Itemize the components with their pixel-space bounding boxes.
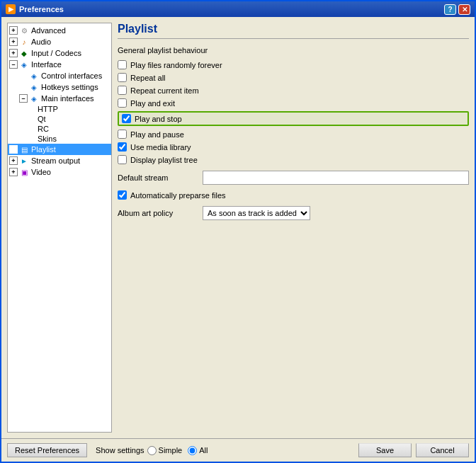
- sidebar-item-stream[interactable]: + ► Stream output: [8, 155, 111, 166]
- sidebar-item-rc[interactable]: RC: [8, 124, 111, 134]
- reset-preferences-button[interactable]: Reset Preferences: [7, 443, 87, 457]
- checkbox-repeat-current[interactable]: [118, 86, 127, 95]
- checkbox-use-media-library[interactable]: [118, 142, 127, 152]
- toggle-advanced[interactable]: +: [9, 26, 18, 35]
- label-repeat-all[interactable]: Repeat all: [130, 74, 166, 82]
- title-bar: ▶ Preferences ? ✕: [1, 1, 475, 17]
- audio-icon: ♪: [19, 37, 29, 47]
- checkbox-play-randomly[interactable]: [118, 60, 127, 69]
- sidebar-item-video[interactable]: + ▣ Video: [8, 166, 111, 178]
- radio-group-settings: Simple All: [147, 446, 208, 455]
- label-auto-preparse[interactable]: Automatically preparse files: [130, 191, 226, 200]
- toggle-playlist[interactable]: +: [9, 145, 18, 154]
- row-play-exit: Play and exit: [118, 98, 469, 108]
- checkbox-play-pause[interactable]: [118, 130, 127, 139]
- radio-all[interactable]: All: [188, 446, 208, 455]
- close-button[interactable]: ✕: [458, 4, 470, 15]
- sidebar-label-interface: Interface: [31, 60, 62, 69]
- help-button[interactable]: ?: [444, 4, 456, 15]
- label-play-exit[interactable]: Play and exit: [130, 99, 175, 108]
- sidebar: + ⚙ Advanced + ♪ Audio + ◆ Input / Codec…: [7, 23, 112, 433]
- title-bar-left: ▶ Preferences: [6, 4, 64, 14]
- main-interface-icon: ◈: [29, 93, 39, 103]
- toggle-stream[interactable]: +: [9, 156, 18, 165]
- video-icon: ▣: [19, 167, 29, 177]
- sidebar-item-audio[interactable]: + ♪ Audio: [8, 36, 111, 47]
- sidebar-label-video: Video: [31, 168, 51, 176]
- select-album-art[interactable]: As soon as track is added Never Only on …: [203, 206, 310, 220]
- app-icon: ▶: [6, 4, 16, 14]
- preferences-window: ▶ Preferences ? ✕ + ⚙ Advanced + ♪ Audio: [0, 0, 476, 463]
- row-play-stop: Play and stop: [118, 111, 469, 126]
- checkbox-repeat-all[interactable]: [118, 73, 127, 82]
- section-label: General playlist behaviour: [118, 46, 469, 55]
- stream-icon: ►: [19, 156, 29, 166]
- radio-label-all: All: [199, 446, 208, 455]
- sidebar-label-http: HTTP: [38, 105, 58, 113]
- row-media-library: Use media library: [118, 142, 469, 152]
- sidebar-label-control: Control interfaces: [41, 72, 102, 80]
- input-default-stream[interactable]: [203, 171, 469, 185]
- title-buttons: ? ✕: [444, 4, 470, 15]
- label-repeat-current[interactable]: Repeat current item: [130, 86, 199, 95]
- label-play-stop[interactable]: Play and stop: [135, 115, 182, 123]
- control-icon: ◈: [29, 71, 39, 81]
- sidebar-item-skins[interactable]: Skins: [8, 134, 111, 144]
- row-album-art: Album art policy As soon as track is add…: [118, 206, 469, 220]
- sidebar-label-rc: RC: [38, 125, 49, 133]
- sidebar-label-hotkeys: Hotkeys settings: [41, 83, 98, 91]
- toggle-main[interactable]: –: [19, 94, 28, 103]
- sidebar-item-qt[interactable]: Qt: [8, 114, 111, 124]
- toggle-audio[interactable]: +: [9, 38, 18, 46]
- checkbox-play-exit[interactable]: [118, 98, 127, 108]
- row-repeat-current: Repeat current item: [118, 86, 469, 95]
- radio-label-simple: Simple: [159, 446, 183, 455]
- sidebar-label-main: Main interfaces: [41, 94, 94, 103]
- label-use-media-library[interactable]: Use media library: [130, 143, 191, 152]
- sidebar-item-interface[interactable]: – ◈ Interface: [8, 59, 111, 70]
- sidebar-label-advanced: Advanced: [31, 26, 66, 35]
- radio-input-all[interactable]: [188, 446, 197, 455]
- main-content: + ⚙ Advanced + ♪ Audio + ◆ Input / Codec…: [1, 17, 475, 438]
- bottom-buttons: Save Cancel: [358, 443, 469, 457]
- hotkeys-icon: ◈: [29, 82, 39, 92]
- sidebar-label-audio: Audio: [31, 38, 51, 46]
- sidebar-label-skins: Skins: [38, 135, 57, 143]
- cancel-button[interactable]: Cancel: [416, 443, 469, 457]
- sidebar-item-http[interactable]: HTTP: [8, 104, 111, 114]
- sidebar-item-hotkeys[interactable]: ◈ Hotkeys settings: [8, 81, 111, 93]
- row-display-tree: Display playlist tree: [118, 155, 469, 164]
- label-play-randomly[interactable]: Play files randomly forever: [130, 61, 222, 69]
- row-repeat-all: Repeat all: [118, 73, 469, 82]
- toggle-interface[interactable]: –: [9, 60, 18, 69]
- label-album-art: Album art policy: [118, 209, 203, 217]
- radio-input-simple[interactable]: [147, 446, 157, 455]
- toggle-input[interactable]: +: [9, 49, 18, 57]
- show-settings-label: Show settings: [96, 446, 144, 455]
- sidebar-label-input: Input / Codecs: [31, 49, 81, 57]
- bottom-bar: Reset Preferences Show settings Simple A…: [1, 438, 475, 462]
- label-play-pause[interactable]: Play and pause: [130, 130, 184, 139]
- interface-icon: ◈: [19, 59, 29, 69]
- panel-title: Playlist: [118, 23, 469, 39]
- gear-icon: ⚙: [19, 25, 29, 35]
- row-default-stream: Default stream: [118, 171, 469, 185]
- sidebar-item-input-codecs[interactable]: + ◆ Input / Codecs: [8, 47, 111, 59]
- label-display-playlist-tree[interactable]: Display playlist tree: [130, 156, 198, 164]
- checkbox-display-playlist-tree[interactable]: [118, 155, 127, 164]
- checkbox-play-stop[interactable]: [122, 114, 131, 123]
- sidebar-item-control-interfaces[interactable]: ◈ Control interfaces: [8, 70, 111, 81]
- sidebar-item-playlist[interactable]: + ▤ Playlist: [8, 144, 111, 155]
- show-settings-section: Show settings Simple All: [96, 446, 208, 455]
- row-play-randomly: Play files randomly forever: [118, 60, 469, 69]
- radio-simple[interactable]: Simple: [147, 446, 183, 455]
- toggle-video[interactable]: +: [9, 168, 18, 176]
- checkbox-auto-preparse[interactable]: [118, 190, 127, 200]
- sidebar-label-qt: Qt: [38, 115, 46, 123]
- save-button[interactable]: Save: [358, 443, 412, 457]
- label-default-stream: Default stream: [118, 173, 203, 182]
- sidebar-item-advanced[interactable]: + ⚙ Advanced: [8, 25, 111, 36]
- sidebar-item-main-interfaces[interactable]: – ◈ Main interfaces: [8, 93, 111, 104]
- row-play-pause: Play and pause: [118, 130, 469, 139]
- sidebar-label-playlist: Playlist: [31, 145, 56, 154]
